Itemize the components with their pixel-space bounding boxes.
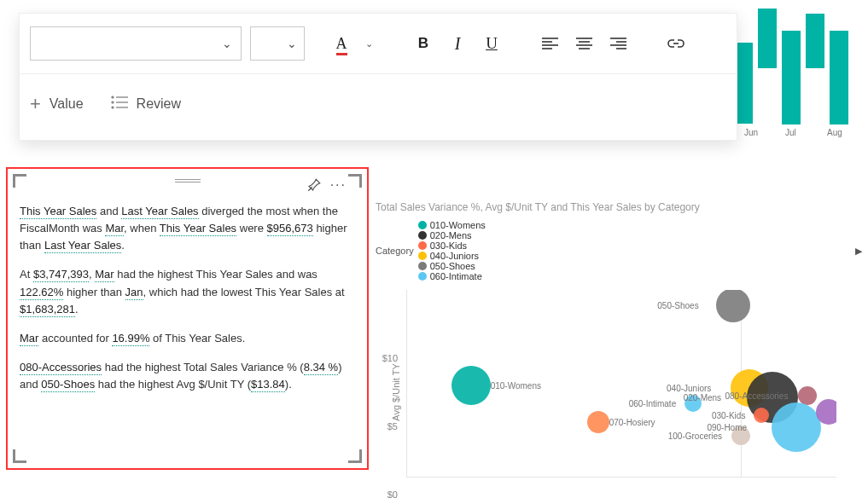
- bold-button[interactable]: B: [411, 28, 436, 59]
- dynamic-value: Jan: [125, 286, 143, 300]
- bubble-unnamed-purple[interactable]: [816, 399, 836, 425]
- svg-point-13: [112, 96, 114, 98]
- dynamic-value: 16.99%: [112, 332, 149, 346]
- scatter-plot-area: Avg $/Unit TY $0$5$10 -40%-20%0% 010-Wom…: [376, 290, 836, 495]
- bubble-050-Shoes[interactable]: [716, 290, 750, 322]
- chevron-down-icon: ⌄: [222, 37, 232, 50]
- drag-handle[interactable]: [175, 179, 201, 182]
- dynamic-value: 080-Accessories: [20, 361, 102, 375]
- dynamic-value: 050-Shoes: [41, 378, 95, 392]
- resize-handle-tl[interactable]: [13, 174, 26, 188]
- bubble-label: 020-Mens: [684, 392, 721, 402]
- svg-point-17: [112, 107, 114, 108]
- bubble-label: 070-Hosiery: [609, 417, 655, 426]
- legend-item[interactable]: 020-Mens: [418, 230, 486, 240]
- scatter-chart-visual[interactable]: Total Sales Variance %, Avg $/Unit TY an…: [376, 201, 862, 491]
- dynamic-value: Mar: [95, 268, 114, 282]
- bubble-label: 060-Intimate: [629, 398, 677, 408]
- add-value-button[interactable]: + Value: [30, 85, 102, 123]
- dynamic-value: This Year Sales: [160, 222, 236, 236]
- y-tick: $10: [382, 353, 398, 363]
- font-color-button[interactable]: A: [329, 28, 354, 59]
- smart-narrative-visual[interactable]: ··· This Year Sales and Last Year Sales …: [6, 167, 369, 470]
- bubble-label: 080-Accessories: [725, 391, 788, 401]
- bubble-070-Hosiery[interactable]: [587, 411, 609, 433]
- chart-legend: Category 010-Womens020-Mens030-Kids040-J…: [376, 220, 862, 281]
- align-left-button[interactable]: [537, 28, 562, 59]
- more-options-icon[interactable]: ···: [330, 177, 347, 196]
- align-center-button[interactable]: [571, 28, 597, 59]
- italic-button[interactable]: I: [445, 28, 470, 59]
- dynamic-value: Last Year Sales: [44, 239, 121, 253]
- smart-narrative-toolbar: ⌄ ⌄ A ⌄ B I U + Valu: [19, 13, 737, 141]
- y-tick: $5: [387, 421, 398, 431]
- dynamic-value: Last Year Sales: [121, 205, 198, 219]
- bubble-label: 090-Home: [707, 422, 747, 431]
- legend-item[interactable]: 010-Womens: [418, 220, 486, 230]
- dynamic-value: 8.34 %: [304, 361, 338, 375]
- dynamic-value: $13.84: [251, 378, 285, 392]
- review-button[interactable]: Review: [111, 85, 200, 123]
- month-label-jul: Jul: [785, 128, 796, 137]
- legend-item[interactable]: 030-Kids: [418, 240, 486, 251]
- value-label: Value: [50, 96, 84, 112]
- narrative-text[interactable]: This Year Sales and Last Year Sales dive…: [20, 203, 350, 456]
- resize-handle-tr[interactable]: [348, 174, 362, 188]
- review-label: Review: [137, 96, 181, 112]
- chart-title: Total Sales Variance %, Avg $/Unit TY an…: [376, 201, 862, 213]
- y-tick: $0: [387, 489, 398, 498]
- dynamic-value: $3,747,393: [33, 268, 89, 282]
- dynamic-value: 122.62%: [20, 286, 63, 300]
- legend-item[interactable]: 050-Shoes: [418, 261, 486, 271]
- font-family-select[interactable]: ⌄: [30, 26, 242, 61]
- plus-icon: +: [30, 93, 41, 115]
- dynamic-value: $1,683,281: [20, 303, 75, 317]
- dynamic-value: Mar: [20, 332, 38, 346]
- bubble-label: 050-Shoes: [657, 300, 698, 310]
- dynamic-value: $956,673: [267, 222, 313, 236]
- bubble-010-Womens[interactable]: [451, 366, 491, 405]
- bubble-030-Kids[interactable]: [754, 408, 769, 423]
- legend-item[interactable]: 040-Juniors: [418, 251, 486, 261]
- svg-point-15: [112, 101, 114, 103]
- bubble-label: 030-Kids: [712, 411, 745, 420]
- insert-link-button[interactable]: [663, 28, 689, 59]
- y-axis-title: Avg $/Unit TY: [391, 363, 401, 420]
- legend-label: Category: [376, 246, 414, 256]
- font-color-dropdown[interactable]: ⌄: [363, 38, 375, 49]
- dynamic-value: This Year Sales: [20, 205, 96, 219]
- bubble-label: 010-Womens: [491, 381, 541, 391]
- resize-handle-br[interactable]: [348, 449, 362, 463]
- bubble-090-Home[interactable]: [772, 402, 821, 452]
- align-right-button[interactable]: [605, 28, 631, 59]
- dynamic-value: Mar: [105, 222, 124, 236]
- legend-item[interactable]: 060-Intimate: [418, 271, 486, 281]
- month-label-aug: Aug: [827, 128, 842, 137]
- list-icon: [111, 96, 128, 113]
- bubble-label: 100-Groceries: [668, 431, 722, 440]
- legend-scroll-right-icon[interactable]: ▶: [855, 246, 862, 257]
- month-label-jun: Jun: [744, 128, 758, 137]
- font-size-select[interactable]: ⌄: [250, 26, 305, 61]
- chevron-down-icon: ⌄: [287, 37, 297, 50]
- pin-icon[interactable]: [306, 177, 322, 196]
- underline-button[interactable]: U: [479, 28, 504, 59]
